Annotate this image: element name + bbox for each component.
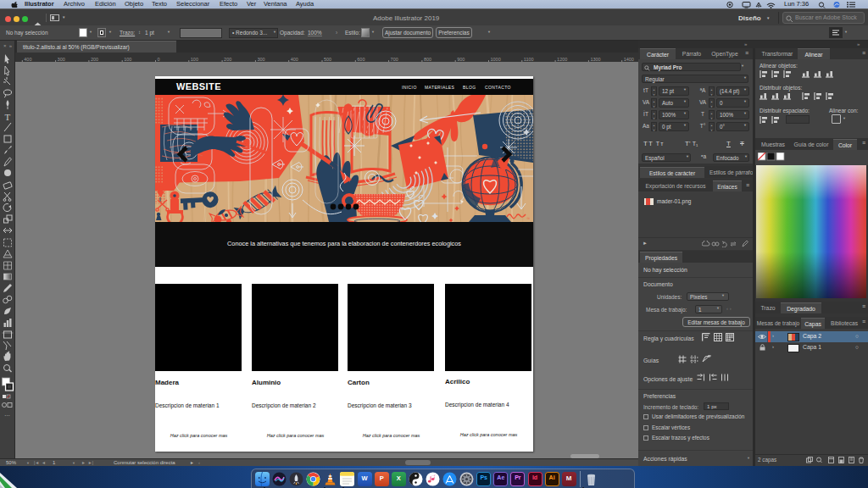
svg-text:T: T <box>5 112 11 122</box>
svg-text:…: … <box>4 411 10 417</box>
svg-text:¾: ¾ <box>526 216 530 220</box>
